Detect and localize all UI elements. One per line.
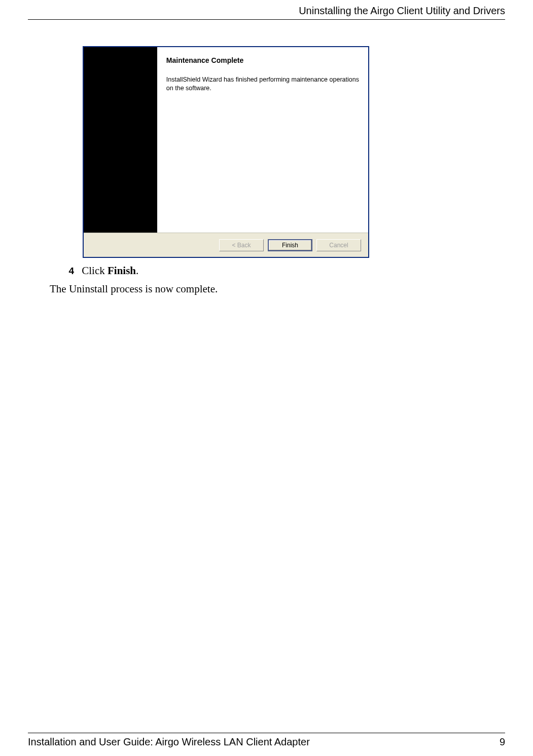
instruction-step: 4 Click Finish. <box>60 264 138 277</box>
installer-sidebar-image <box>84 47 157 233</box>
footer-divider <box>28 733 505 733</box>
installer-screenshot: Maintenance Complete InstallShield Wizar… <box>83 46 369 258</box>
installer-button-bar: < Back Finish Cancel <box>84 233 368 257</box>
page-header: Uninstalling the Airgo Client Utility an… <box>28 5 505 20</box>
cancel-button: Cancel <box>316 239 361 251</box>
footer-title: Installation and User Guide: Airgo Wirel… <box>28 736 310 748</box>
finish-button[interactable]: Finish <box>268 239 312 251</box>
step-text-bold: Finish <box>108 264 136 277</box>
installer-message: InstallShield Wizard has finished perfor… <box>166 75 359 93</box>
document-page: Uninstalling the Airgo Client Utility an… <box>0 0 533 756</box>
section-title: Uninstalling the Airgo Client Utility an… <box>299 5 505 17</box>
page-number: 9 <box>500 736 505 748</box>
installer-body: Maintenance Complete InstallShield Wizar… <box>84 47 368 233</box>
step-text-suffix: . <box>136 264 138 277</box>
installer-window: Maintenance Complete InstallShield Wizar… <box>83 46 369 258</box>
header-divider <box>28 19 505 20</box>
installer-content: Maintenance Complete InstallShield Wizar… <box>157 47 368 233</box>
step-text-prefix: Click <box>82 264 108 277</box>
installer-heading: Maintenance Complete <box>166 56 359 64</box>
step-number: 4 <box>60 266 74 277</box>
result-text: The Uninstall process is now complete. <box>50 283 218 295</box>
back-button: < Back <box>219 239 264 251</box>
